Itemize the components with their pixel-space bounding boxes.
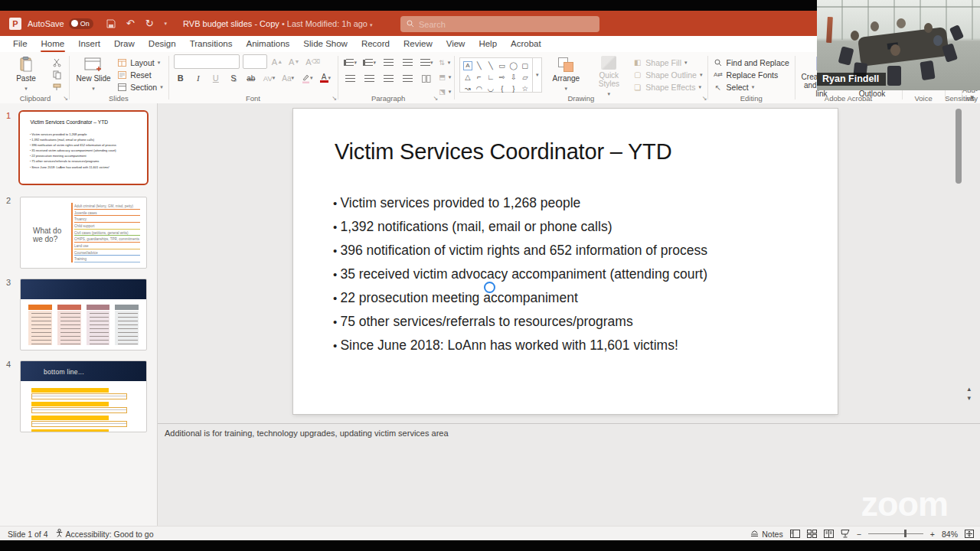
increase-font-size-button[interactable]: A▲ — [270, 56, 284, 68]
shape-effects-button[interactable]: ❏Shape Effects▾ — [632, 83, 702, 93]
tab-animations[interactable]: Animations — [239, 36, 296, 52]
format-painter-icon[interactable] — [50, 83, 64, 93]
tab-transitions[interactable]: Transitions — [183, 36, 240, 52]
tab-help[interactable]: Help — [472, 36, 504, 52]
cut-icon[interactable] — [50, 57, 64, 67]
find-and-replace-button[interactable]: Find and Replace — [714, 57, 789, 67]
arc-shape-icon[interactable]: ◠ — [473, 83, 485, 94]
strikethrough-button[interactable]: ab — [244, 72, 258, 84]
oval-shape-icon[interactable]: ◯ — [508, 60, 519, 71]
powerpoint-app-icon[interactable]: P — [9, 18, 21, 30]
change-case-button[interactable]: Aa▾ — [280, 72, 296, 84]
align-text-button[interactable]: ⬒▾ — [439, 71, 451, 83]
paragraph-dialog-launcher-icon[interactable]: ↘ — [433, 95, 438, 102]
line-shape-icon[interactable]: ╲ — [473, 60, 485, 71]
line-arrow-shape-icon[interactable]: ╲ — [485, 60, 496, 71]
freeform-shape-icon[interactable]: ↝ — [462, 83, 473, 94]
bullets-button[interactable]: ▾ — [343, 57, 357, 69]
copy-icon[interactable] — [50, 70, 64, 80]
tab-file[interactable]: File — [6, 36, 34, 52]
tab-slide-show[interactable]: Slide Show — [296, 36, 354, 52]
normal-view-button[interactable] — [790, 530, 800, 538]
bold-button[interactable]: B — [174, 72, 188, 84]
autosave-toggle[interactable]: On — [69, 18, 93, 29]
slide-title[interactable]: Victim Services Coordinator – YTD — [335, 139, 671, 165]
align-left-button[interactable] — [343, 73, 357, 85]
character-spacing-button[interactable]: AV▾ — [262, 72, 276, 84]
save-icon[interactable] — [106, 19, 116, 28]
tab-view[interactable]: View — [439, 36, 472, 52]
accessibility-checker-button[interactable]: Accessibility: Good to go — [56, 529, 154, 539]
star-shape-icon[interactable]: ☆ — [519, 83, 531, 94]
align-right-button[interactable] — [381, 73, 395, 85]
tab-insert[interactable]: Insert — [71, 36, 107, 52]
zoom-level[interactable]: 84% — [942, 530, 958, 539]
document-title[interactable]: RVB budget slides - Copy • Last Modified… — [183, 19, 373, 28]
shape-gallery[interactable]: A ╲ ╲ ▭ ◯ ▢ △ ⌐ ∟ ⇨ ⇩ ▱ ↝ ◠ ◡ { } ☆ — [459, 57, 533, 93]
collapse-ribbon-icon[interactable]: ▾ — [970, 93, 974, 101]
arrange-button[interactable]: Arrange ▾ — [547, 54, 585, 93]
curve-shape-icon[interactable]: ◡ — [485, 83, 496, 94]
redo-icon[interactable]: ↻ — [145, 18, 154, 29]
layout-button[interactable]: Layout▾ — [117, 57, 163, 67]
tab-draw[interactable]: Draw — [107, 36, 142, 52]
select-button[interactable]: ↖Select▾ — [714, 83, 789, 93]
clipboard-dialog-launcher-icon[interactable]: ↘ — [63, 95, 68, 102]
slide-body-text[interactable]: Victim services provided to 1,268 people… — [333, 191, 707, 357]
text-shadow-button[interactable]: S — [227, 72, 240, 84]
underline-button[interactable]: U — [209, 72, 223, 84]
reset-button[interactable]: Reset — [117, 70, 163, 80]
left-brace-shape-icon[interactable]: { — [496, 83, 508, 94]
slide-thumbnail-1[interactable]: Victim Services Coordinator – YTD Victim… — [20, 112, 147, 184]
line-spacing-button[interactable]: ▾ — [420, 57, 433, 69]
slide-thumbnail-4[interactable]: bottom line... — [20, 360, 147, 432]
slide-canvas[interactable]: Victim Services Coordinator – YTD Victim… — [293, 109, 838, 414]
zoom-out-icon[interactable]: − — [857, 530, 861, 539]
zoom-slider-thumb[interactable] — [904, 530, 906, 537]
tab-design[interactable]: Design — [142, 36, 183, 52]
numbering-button[interactable]: ▾ — [362, 57, 376, 69]
drawing-dialog-launcher-icon[interactable]: ↘ — [702, 95, 707, 102]
tab-record[interactable]: Record — [354, 36, 397, 52]
replace-fonts-button[interactable]: A⇄Replace Fonts — [714, 70, 789, 80]
align-center-button[interactable] — [362, 73, 376, 85]
italic-button[interactable]: I — [191, 72, 205, 84]
right-arrow-shape-icon[interactable]: ⇨ — [496, 71, 508, 83]
rectangle-shape-icon[interactable]: ▭ — [496, 60, 508, 71]
undo-icon[interactable]: ↶ — [126, 18, 135, 29]
parallelogram-shape-icon[interactable]: ▱ — [519, 71, 531, 83]
speaker-notes-text[interactable]: Additional is for training, technology u… — [165, 429, 449, 438]
paste-button[interactable]: Paste ▾ — [7, 54, 45, 93]
angle-shape-icon[interactable]: ∟ — [485, 71, 496, 83]
quick-styles-button[interactable]: Quick Styles ▾ — [590, 54, 628, 93]
tab-home[interactable]: Home — [34, 36, 72, 52]
elbow-connector-shape-icon[interactable]: ⌐ — [473, 71, 485, 83]
convert-to-smartart-button[interactable]: ⬔▾ — [439, 86, 451, 97]
columns-button[interactable] — [420, 73, 433, 85]
slide-show-button[interactable] — [841, 530, 850, 538]
fit-slide-to-window-icon[interactable] — [965, 530, 974, 538]
clear-formatting-button[interactable]: A⌫ — [304, 56, 322, 68]
section-button[interactable]: Section▾ — [117, 83, 163, 93]
rounded-rectangle-shape-icon[interactable]: ▢ — [519, 60, 531, 71]
highlight-color-button[interactable]: ▾ — [299, 72, 315, 84]
text-direction-button[interactable]: ⇅▾ — [439, 57, 451, 68]
slide-thumbnail-3[interactable] — [20, 279, 147, 350]
font-color-button[interactable]: A▾ — [318, 72, 333, 84]
font-size-combo[interactable] — [243, 54, 267, 69]
new-slide-button[interactable]: New Slide ▾ — [74, 54, 113, 93]
tab-review[interactable]: Review — [397, 36, 439, 52]
shape-fill-button[interactable]: ◧Shape Fill▾ — [632, 57, 702, 67]
right-brace-shape-icon[interactable]: } — [508, 83, 519, 94]
font-dialog-launcher-icon[interactable]: ↘ — [332, 95, 337, 102]
reading-view-button[interactable] — [824, 530, 834, 538]
font-name-combo[interactable] — [174, 54, 240, 69]
decrease-font-size-button[interactable]: A▼ — [287, 56, 301, 68]
text-box-shape-icon[interactable]: A — [463, 61, 472, 70]
next-slide-icon[interactable]: ▾ — [967, 395, 971, 402]
decrease-indent-button[interactable] — [381, 57, 395, 69]
quick-access-customize-icon[interactable]: ▾ — [165, 21, 168, 27]
zoom-slider[interactable] — [868, 533, 923, 534]
shape-outline-button[interactable]: ▢Shape Outline▾ — [632, 70, 702, 80]
down-arrow-shape-icon[interactable]: ⇩ — [508, 71, 519, 83]
